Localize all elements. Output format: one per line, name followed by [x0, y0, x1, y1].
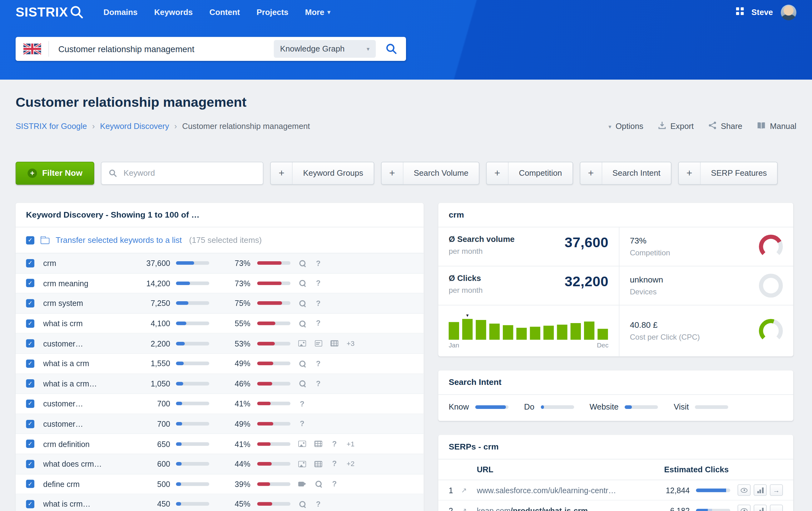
serp-row: 1↗www.salesforce.com/uk/learning-centr…1… [438, 480, 793, 501]
news-serp-feature-icon[interactable] [315, 340, 322, 347]
row-checkbox[interactable]: ✓ [26, 380, 34, 388]
row-checkbox[interactable]: ✓ [26, 339, 34, 348]
nav-item-content[interactable]: Content [209, 7, 240, 17]
share-button[interactable]: Share [708, 121, 742, 131]
more-features-badge[interactable]: +3 [347, 340, 355, 348]
username[interactable]: Steve [751, 7, 773, 17]
search-volume-cell-value: 2,200 [126, 339, 170, 348]
video-serp-feature-icon[interactable] [298, 482, 304, 486]
keyword-cell[interactable]: what is crm… [43, 500, 126, 509]
avatar[interactable] [781, 4, 796, 20]
row-checkbox[interactable]: ✓ [26, 480, 34, 488]
country-flag-uk[interactable] [16, 41, 49, 57]
nav-item-more[interactable]: More▾ [305, 7, 330, 17]
serp-preview-icon[interactable] [298, 360, 306, 367]
keyword-discovery-card: Keyword Discovery - Showing 1 to 100 of … [16, 203, 424, 511]
question-icon[interactable]: ? [316, 501, 321, 508]
add-search-intent-filter[interactable]: +Search Intent [580, 162, 671, 184]
more-features-badge[interactable]: +1 [347, 440, 355, 448]
table-serp-feature-icon[interactable] [315, 461, 322, 467]
search-submit-button[interactable] [377, 37, 406, 61]
row-checkbox[interactable]: ✓ [26, 500, 34, 509]
row-checkbox[interactable]: ✓ [26, 279, 34, 288]
cpc-cell: 40.80 £ Cost per Click (CPC) [619, 305, 793, 356]
keyword-cell[interactable]: customer… [43, 339, 126, 348]
question-icon[interactable]: ? [332, 460, 337, 468]
question-icon[interactable]: ? [300, 420, 304, 427]
keyword-cell[interactable]: crm [43, 259, 126, 268]
add-serp-features-filter[interactable]: +SERP Features [678, 162, 778, 184]
question-icon[interactable]: ? [332, 440, 337, 448]
apps-grid-icon[interactable] [736, 7, 744, 17]
images-serp-feature-icon[interactable] [298, 461, 306, 467]
search-scope-select[interactable]: Knowledge Graph ▾ [274, 40, 376, 58]
row-checkbox[interactable]: ✓ [26, 259, 34, 268]
add-search-volume-filter[interactable]: +Search Volume [381, 162, 480, 184]
row-checkbox[interactable]: ✓ [26, 420, 34, 428]
external-link-icon[interactable]: ↗ [461, 507, 477, 511]
serp-preview-icon[interactable] [298, 260, 306, 267]
keyword-cell[interactable]: crm system [43, 299, 126, 307]
history-chart-button[interactable] [754, 484, 767, 496]
images-serp-feature-icon[interactable] [298, 441, 306, 447]
nav-item-projects[interactable]: Projects [256, 7, 288, 17]
row-checkbox[interactable]: ✓ [26, 399, 34, 408]
images-serp-feature-icon[interactable] [298, 340, 306, 347]
breadcrumb-keyword-discovery[interactable]: Keyword Discovery [100, 122, 169, 131]
table-serp-feature-icon[interactable] [315, 441, 322, 447]
question-icon[interactable]: ? [316, 300, 321, 307]
table-serp-feature-icon[interactable] [330, 340, 338, 347]
manual-button[interactable]: Manual [757, 121, 796, 131]
question-icon[interactable]: ? [332, 480, 337, 488]
open-url-button[interactable]: → [770, 484, 783, 496]
open-url-button[interactable]: → [770, 505, 783, 511]
serp-url-link[interactable]: keap.com/product/what-is-crm [477, 506, 654, 511]
row-checkbox[interactable]: ✓ [26, 359, 34, 368]
external-link-icon[interactable]: ↗ [461, 486, 477, 494]
keyword-cell[interactable]: what does crm… [43, 459, 126, 468]
row-checkbox[interactable]: ✓ [26, 460, 34, 468]
nav-item-domains[interactable]: Domains [104, 7, 138, 17]
row-checkbox[interactable]: ✓ [26, 440, 34, 448]
breadcrumb-sistrix-for-google[interactable]: SISTRIX for Google [16, 122, 87, 131]
question-icon[interactable]: ? [316, 360, 321, 367]
question-icon[interactable]: ? [316, 320, 321, 327]
serp-preview-icon[interactable] [298, 380, 306, 387]
sistrix-logo[interactable]: SISTRIX [16, 3, 84, 21]
question-icon[interactable]: ? [300, 400, 304, 408]
row-checkbox[interactable]: ✓ [26, 299, 34, 307]
add-competition-filter[interactable]: +Competition [486, 162, 573, 184]
keyword-cell[interactable]: crm meaning [43, 279, 126, 288]
filter-now-button[interactable]: + Filter Now [16, 162, 94, 184]
keyword-cell[interactable]: what is crm [43, 319, 126, 328]
preview-eye-button[interactable] [738, 505, 751, 511]
keyword-cell[interactable]: what is a crm [43, 359, 126, 368]
preview-eye-button[interactable] [738, 484, 751, 496]
serp-preview-icon[interactable] [315, 480, 322, 488]
keyword-cell[interactable]: what is a crm… [43, 379, 126, 388]
keyword-cell[interactable]: customer… [43, 419, 126, 428]
keyword-cell[interactable]: customer… [43, 399, 126, 408]
select-all-checkbox[interactable]: ✓ [26, 236, 34, 244]
question-icon[interactable]: ? [316, 260, 321, 267]
add-keyword-groups-filter[interactable]: +Keyword Groups [270, 162, 374, 184]
more-features-badge[interactable]: +2 [347, 460, 355, 468]
search-input[interactable] [49, 44, 274, 54]
serp-url-link[interactable]: www.salesforce.com/uk/learning-centr… [477, 486, 654, 494]
options-button[interactable]: ▾ Options [608, 122, 643, 131]
row-checkbox[interactable]: ✓ [26, 319, 34, 328]
serp-preview-icon[interactable] [298, 300, 306, 307]
keyword-filter-input[interactable] [117, 169, 263, 178]
serp-preview-icon[interactable] [298, 320, 306, 327]
history-chart-button[interactable] [754, 505, 767, 511]
question-icon[interactable]: ? [316, 279, 321, 287]
transfer-keywords-link[interactable]: Transfer selected keywords to a list [56, 235, 182, 245]
serp-preview-icon[interactable] [298, 280, 306, 287]
keyword-cell[interactable]: define crm [43, 479, 126, 488]
question-icon[interactable]: ? [316, 380, 321, 387]
nav-item-keywords[interactable]: Keywords [154, 7, 193, 17]
export-button[interactable]: Export [658, 121, 694, 131]
keyword-cell[interactable]: crm definition [43, 440, 126, 448]
serp-preview-icon[interactable] [298, 501, 306, 508]
competition-cell-value: 41% [209, 440, 251, 448]
